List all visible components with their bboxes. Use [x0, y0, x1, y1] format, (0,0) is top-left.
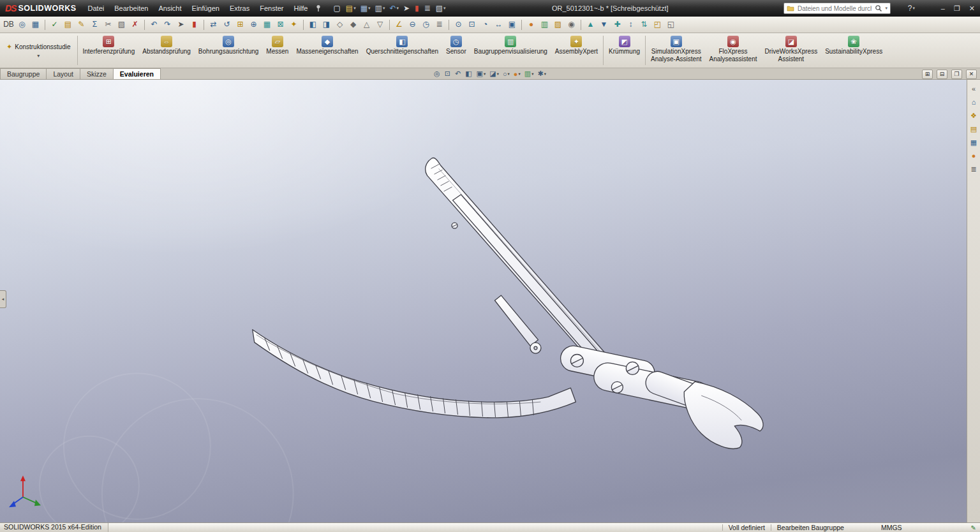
- zoom-fit-icon[interactable]: ⊙: [452, 18, 465, 31]
- rotate-view-icon[interactable]: ◔: [479, 18, 492, 31]
- ribbon-driveworksxpress[interactable]: ◪ DriveWorksXpress Assistent: [761, 33, 822, 68]
- options-icon[interactable]: ▧▾: [434, 2, 447, 15]
- previous-view-icon[interactable]: ↶: [455, 70, 461, 78]
- minimize-icon[interactable]: –: [941, 4, 945, 12]
- menu-item[interactable]: Bearbeiten: [109, 0, 153, 17]
- statistics-icon[interactable]: ≣: [433, 18, 446, 31]
- delete-icon[interactable]: ✗: [128, 18, 142, 31]
- file-explorer-icon[interactable]: ▤: [969, 124, 979, 135]
- cut-icon[interactable]: ✂: [101, 18, 115, 31]
- rebuild-icon[interactable]: ▮: [413, 2, 421, 15]
- scene-icon[interactable]: ▥: [538, 18, 551, 31]
- smart-fasteners-icon[interactable]: ⊠: [274, 18, 287, 31]
- simulation-icon[interactable]: ▲: [584, 18, 597, 31]
- display-style-icon[interactable]: ◪▾: [489, 70, 499, 78]
- insert-component-icon[interactable]: ⊞: [234, 18, 247, 31]
- ribbon-floxpress[interactable]: ◉ FloXpress Analyseassistent: [705, 33, 761, 68]
- tab-layout[interactable]: Layout: [47, 68, 80, 79]
- ribbon-simulationxpress[interactable]: ▣ SimulationXpress Analyse-Assistent: [647, 33, 705, 68]
- pan-icon[interactable]: ↔: [492, 18, 505, 31]
- open-icon[interactable]: ▤▾: [345, 2, 357, 15]
- apply-scene-icon[interactable]: ▥▾: [524, 70, 534, 78]
- search-input[interactable]: [796, 4, 873, 13]
- exploded-view-icon[interactable]: ✦: [287, 18, 301, 31]
- move-component-icon[interactable]: ⇄: [207, 18, 220, 31]
- print-icon[interactable]: ▥▾: [374, 2, 387, 15]
- task-pane-collapse-icon[interactable]: «: [969, 84, 979, 94]
- section-view-icon[interactable]: ◨: [320, 18, 333, 31]
- close-icon[interactable]: ✕: [969, 4, 975, 13]
- ribbon-sustainabilityxpress[interactable]: ❀ SustainabilityXpress: [821, 33, 886, 68]
- rotate-component-icon[interactable]: ↺: [220, 18, 234, 31]
- spellcheck-icon[interactable]: ✓: [48, 18, 61, 31]
- chevron-down-icon[interactable]: ▾: [885, 6, 887, 11]
- shaded-view-icon[interactable]: ◆: [346, 18, 360, 31]
- routing-icon[interactable]: ⇅: [637, 18, 651, 31]
- ribbon-assemblyxpert[interactable]: ✦ AssemblyXpert: [551, 33, 602, 68]
- view-settings-icon[interactable]: ✱▾: [537, 70, 546, 78]
- flow-icon[interactable]: ▼: [597, 18, 611, 31]
- ribbon-kruemmung[interactable]: ◩ Krümmung: [605, 33, 644, 68]
- panel-collapse-handle[interactable]: ◂: [0, 290, 6, 308]
- view-palette-icon[interactable]: ▦: [969, 137, 979, 148]
- restore-icon[interactable]: ❐: [954, 4, 960, 13]
- menu-item[interactable]: Extras: [225, 0, 255, 17]
- comment-icon[interactable]: ✎: [75, 18, 88, 31]
- save-icon[interactable]: ▦▾: [359, 2, 372, 15]
- menu-item[interactable]: Ansicht: [153, 0, 186, 17]
- select-arrow-icon[interactable]: ➤: [174, 18, 188, 31]
- ribbon-abstandspruefung[interactable]: ⇔ Abstandsprüfung: [138, 33, 195, 68]
- equations-icon[interactable]: Σ: [88, 18, 101, 31]
- ribbon-baugruppenvisualisierung[interactable]: ▥ Baugruppenvisualisierung: [470, 33, 551, 68]
- copy-icon[interactable]: ▧: [115, 18, 128, 31]
- weldments-icon[interactable]: ◱: [664, 18, 678, 31]
- standard-views-icon[interactable]: ▣: [505, 18, 519, 31]
- zoom-fit-icon[interactable]: ◎: [434, 70, 441, 78]
- mate-icon[interactable]: ⊕: [247, 18, 260, 31]
- tab-evaluieren[interactable]: Evaluieren: [114, 68, 161, 79]
- design-binder-icon[interactable]: ▤: [61, 18, 75, 31]
- sensor-icon[interactable]: ◷: [419, 18, 433, 31]
- status-units[interactable]: MMGS: [881, 524, 902, 531]
- pin-menu-icon[interactable]: [315, 4, 322, 12]
- motion-icon[interactable]: ↕: [624, 18, 637, 31]
- ribbon-bohrungsausrichtung[interactable]: ◎ Bohrungsausrichtung: [195, 33, 263, 68]
- ribbon-sensor[interactable]: ◷ Sensor: [442, 33, 470, 68]
- section-view-icon[interactable]: ◧: [465, 70, 472, 78]
- mass-properties-icon[interactable]: ⊖: [406, 18, 419, 31]
- doc-restore-icon[interactable]: ❐: [951, 70, 962, 79]
- doc-minimize-icon[interactable]: ⊟: [937, 70, 947, 79]
- doc-maximize-icon[interactable]: ⊞: [922, 70, 933, 79]
- linear-pattern-icon[interactable]: ▦: [260, 18, 274, 31]
- wireframe-icon[interactable]: ◇: [333, 18, 346, 31]
- chevron-down-icon[interactable]: ▾: [37, 53, 40, 59]
- camera-icon[interactable]: ◉: [565, 18, 578, 31]
- perspective-icon[interactable]: △: [360, 18, 373, 31]
- menu-item[interactable]: Fenster: [255, 0, 288, 17]
- shadows-icon[interactable]: ▽: [373, 18, 387, 31]
- hide-show-items-icon[interactable]: ○▾: [503, 70, 510, 78]
- front-view-icon[interactable]: ◧: [306, 18, 320, 31]
- menu-item[interactable]: Hilfe: [288, 0, 313, 17]
- decal-icon[interactable]: ▨: [551, 18, 565, 31]
- rebuild-icon[interactable]: ▮: [188, 18, 201, 31]
- ribbon-interferenzpruefung[interactable]: ⊞ Interferenzprüfung: [79, 33, 139, 68]
- measure-icon[interactable]: ∠: [392, 18, 406, 31]
- tab-baugruppe[interactable]: Baugruppe: [0, 68, 47, 79]
- search-icon[interactable]: [875, 4, 882, 12]
- menu-item[interactable]: Einfügen: [187, 0, 225, 17]
- select-icon[interactable]: ➤: [402, 2, 412, 15]
- edit-appearance-icon[interactable]: ●▾: [514, 70, 521, 78]
- ribbon-masseneigenschaften[interactable]: ◆ Masseneigenschaften: [292, 33, 362, 68]
- konstruktionsstudie-button[interactable]: ✦ Konstruktionsstudie ▾: [1, 33, 76, 68]
- custom-properties-icon[interactable]: ≣: [969, 164, 979, 175]
- file-properties-icon[interactable]: ≣: [423, 2, 433, 15]
- doc-close-icon[interactable]: ✕: [966, 70, 977, 79]
- appearances-scenes-icon[interactable]: ●: [969, 151, 979, 161]
- new-document-icon[interactable]: ▢: [332, 2, 342, 15]
- model-3d-view[interactable]: [0, 80, 967, 522]
- redo-icon[interactable]: ↷: [161, 18, 174, 31]
- help-button[interactable]: ? ▾: [908, 4, 915, 13]
- view-orientation-icon[interactable]: ▣▾: [477, 70, 486, 78]
- save-all-icon[interactable]: ▦: [29, 18, 42, 31]
